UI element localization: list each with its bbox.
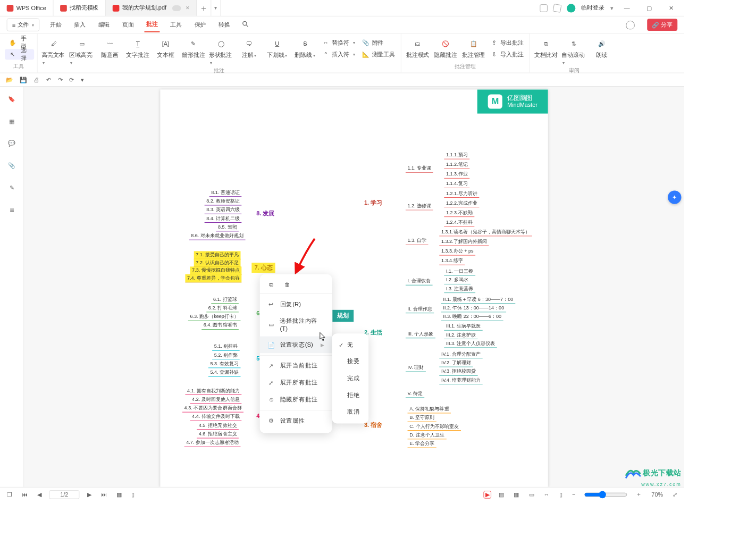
callout-icon: ✎ bbox=[188, 38, 199, 49]
select-tool[interactable]: ↖选择 bbox=[5, 49, 34, 60]
sb-zoom-in[interactable]: ＋ bbox=[634, 489, 644, 499]
underline-button[interactable]: U下划线▾ bbox=[264, 38, 291, 61]
node-1-1-2: 1.1.2.笔记 bbox=[444, 161, 469, 169]
qa-dropdown-icon[interactable]: ▾ bbox=[81, 76, 83, 83]
ctx-status-accept[interactable]: 接受 bbox=[332, 353, 368, 370]
hamburger-icon: ≡ bbox=[12, 21, 15, 28]
export-annot-button[interactable]: ⇪导出批注 bbox=[488, 38, 526, 48]
annot-mode-button[interactable]: 🗂批注模式 bbox=[404, 38, 431, 61]
autoscroll-button[interactable]: ⇅自动滚动▾ bbox=[560, 38, 587, 67]
new-tab-button[interactable]: ＋ bbox=[197, 0, 211, 16]
replace-button[interactable]: ↔替换符▾ bbox=[320, 38, 358, 48]
read-aloud-button[interactable]: 🔊朗读 bbox=[589, 38, 616, 61]
text-annot-button[interactable]: T̲文字批注 bbox=[124, 38, 151, 61]
hide-annot-icon: 🚫 bbox=[440, 38, 451, 49]
freehand-button[interactable]: 〰随意画 bbox=[96, 38, 123, 61]
shape-annot-button[interactable]: ◯形状批注▾ bbox=[208, 38, 235, 67]
tab-insert[interactable]: 插入 bbox=[72, 18, 88, 31]
sidebar-layers-icon[interactable]: ≣ bbox=[6, 204, 18, 216]
close-icon[interactable]: ✕ bbox=[186, 5, 189, 11]
tab-search[interactable] bbox=[241, 18, 250, 31]
qa-redo-icon[interactable]: ↷ bbox=[58, 76, 63, 83]
autoscroll-icon: ⇅ bbox=[569, 38, 579, 49]
qa-open-icon[interactable]: 📂 bbox=[6, 76, 13, 83]
page-area[interactable]: M 亿图脑图 MindMaster 规划 1. 学习 2. 生活 3. 宿舍 4… bbox=[24, 87, 684, 487]
ctx-status-none[interactable]: ✓无 bbox=[332, 337, 368, 354]
tab-current-file[interactable]: 我的大学规划.pdf ✕ bbox=[106, 0, 197, 16]
sb-page-indicator[interactable]: 1/2 bbox=[49, 490, 79, 499]
trash-icon[interactable]: 🗑 bbox=[284, 281, 291, 289]
window-close[interactable]: ✕ bbox=[663, 0, 679, 16]
qa-print-icon[interactable]: 🖨 bbox=[33, 76, 39, 83]
import-annot-button[interactable]: ⇩导入批注 bbox=[488, 49, 526, 60]
tab-tools[interactable]: 工具 bbox=[169, 18, 184, 31]
qa-undo-icon[interactable]: ↶ bbox=[46, 76, 51, 83]
ctx-reply[interactable]: ↩ 回复(R) bbox=[260, 296, 332, 313]
annot-manager-button[interactable]: 📋批注管理 bbox=[460, 38, 487, 61]
sb-last-page[interactable]: ⏭ bbox=[99, 490, 108, 499]
sb-prev-page[interactable]: ◀ bbox=[35, 490, 43, 499]
tab-templates[interactable]: 找稻壳模板 bbox=[53, 0, 106, 16]
area-highlight-button[interactable]: ▭区域高亮▾ bbox=[69, 38, 96, 67]
note-button[interactable]: 🗨注解▾ bbox=[236, 38, 263, 61]
qa-refresh-icon[interactable]: ⟳ bbox=[69, 76, 74, 83]
sb-play-icon[interactable]: ▶ bbox=[483, 491, 491, 498]
titlebar-icon-2[interactable] bbox=[553, 4, 562, 13]
sidebar-comments-icon[interactable]: 💬 bbox=[6, 138, 18, 149]
tab-page[interactable]: 页面 bbox=[120, 18, 136, 31]
new-tab-dropdown[interactable]: ▾ bbox=[211, 0, 221, 16]
sb-sidebar-toggle[interactable]: ❐ bbox=[5, 490, 14, 499]
highlight-text-button[interactable]: 🖊高亮文本▾ bbox=[40, 38, 68, 67]
sb-view-mode-2[interactable]: ▦ bbox=[512, 490, 521, 499]
tab-annotate[interactable]: 批注 bbox=[145, 18, 160, 32]
file-menu[interactable]: ≡ 文件 ▾ bbox=[7, 18, 40, 31]
attach-button[interactable]: 📎附件 bbox=[359, 38, 398, 48]
sidebar-signature-icon[interactable]: ✎ bbox=[6, 182, 18, 194]
ctx-expand-all[interactable]: ⤢ 展开所有批注 bbox=[260, 374, 332, 391]
sb-view-mode-4[interactable]: ▯ bbox=[557, 490, 565, 499]
hide-annot-button[interactable]: 🚫隐藏批注 bbox=[432, 38, 459, 61]
tab-protect[interactable]: 保护 bbox=[192, 18, 208, 31]
ctx-status-cancel[interactable]: 取消 bbox=[332, 404, 368, 421]
login-label[interactable]: 临时登录 bbox=[581, 4, 604, 12]
sb-view-mode-3[interactable]: ▭ bbox=[527, 490, 536, 499]
sb-fit-width[interactable]: ↔ bbox=[542, 490, 551, 499]
sb-zoom-slider[interactable] bbox=[584, 491, 627, 498]
sidebar-thumbnails-icon[interactable]: ▦ bbox=[6, 115, 18, 127]
sb-zoom-out[interactable]: − bbox=[570, 490, 577, 499]
app-tab[interactable]: WPS Office bbox=[0, 0, 53, 16]
share-button[interactable]: 🔗 分享 bbox=[647, 19, 677, 31]
sb-single-page[interactable]: ▯ bbox=[129, 490, 137, 499]
tab-convert[interactable]: 转换 bbox=[216, 18, 232, 31]
window-minimize[interactable]: — bbox=[619, 0, 635, 16]
sb-view-mode-1[interactable]: ▤ bbox=[497, 490, 506, 499]
cloud-icon[interactable] bbox=[626, 20, 634, 29]
compare-button[interactable]: ⧉文档比对 bbox=[533, 38, 560, 61]
node-2-3-3: III.3. 注意个人仪容仪表 bbox=[444, 340, 497, 348]
titlebar-icon-1[interactable] bbox=[540, 4, 547, 12]
sb-next-page[interactable]: ▶ bbox=[85, 490, 93, 499]
sb-first-page[interactable]: ⏮ bbox=[20, 490, 29, 499]
callout-button[interactable]: ✎箭形批注 bbox=[180, 38, 207, 61]
ctx-expand-current[interactable]: ↗ 展开当前批注 bbox=[260, 357, 332, 374]
ctx-status-reject[interactable]: 拒绝 bbox=[332, 387, 368, 404]
tab-edit[interactable]: 编辑 bbox=[96, 18, 112, 31]
tab-start[interactable]: 开始 bbox=[48, 18, 64, 31]
sidebar-attachments-icon[interactable]: 📎 bbox=[6, 160, 18, 171]
sidebar-bookmark-icon[interactable]: 🔖 bbox=[6, 94, 18, 105]
textbox-button[interactable]: [A]文本框 bbox=[152, 38, 179, 61]
sb-zoom-value[interactable]: 70% bbox=[650, 490, 665, 499]
strike-button[interactable]: S删除线▾ bbox=[291, 38, 318, 61]
floating-assist-button[interactable]: ✦ bbox=[668, 190, 681, 204]
window-maximize[interactable]: ▢ bbox=[641, 0, 657, 16]
sb-thumbnail-view[interactable]: ▦ bbox=[114, 490, 123, 499]
insert-mark-button[interactable]: ^插入符▾ bbox=[320, 49, 358, 60]
ctx-properties[interactable]: ⚙ 设置属性 bbox=[260, 413, 332, 430]
sb-fullscreen[interactable]: ⤢ bbox=[671, 490, 679, 499]
ctx-copy[interactable]: ⧉ 🗑 bbox=[260, 278, 332, 291]
avatar-icon[interactable] bbox=[567, 4, 575, 12]
measure-button[interactable]: 📐测量工具 bbox=[359, 49, 398, 60]
ctx-status-done[interactable]: 完成 bbox=[332, 370, 368, 387]
ctx-hide-all[interactable]: ⦸ 隐藏所有批注 bbox=[260, 391, 332, 408]
qa-save-icon[interactable]: 💾 bbox=[20, 76, 27, 83]
